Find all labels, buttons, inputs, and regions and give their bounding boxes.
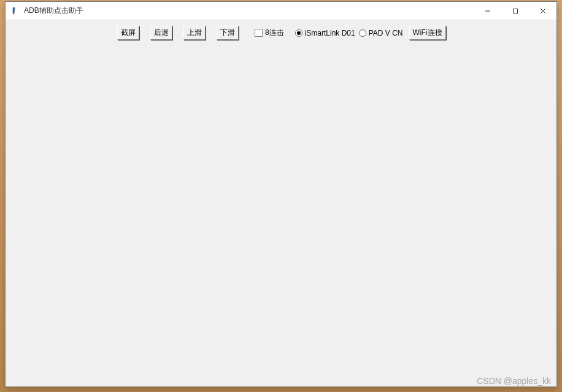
- maximize-button[interactable]: [501, 2, 529, 20]
- titlebar[interactable]: ADB辅助点击助手: [6, 2, 556, 20]
- pad-v-cn-radio-group[interactable]: PAD V CN: [359, 29, 403, 37]
- screenshot-button[interactable]: 截屏: [117, 26, 139, 40]
- swipe-up-button[interactable]: 上滑: [183, 26, 206, 40]
- eight-click-label: 8连击: [265, 28, 284, 38]
- eight-click-checkbox[interactable]: [255, 29, 263, 37]
- window-controls: [474, 2, 556, 20]
- eight-click-checkbox-group[interactable]: 8连击: [255, 28, 284, 38]
- pad-v-cn-label: PAD V CN: [369, 29, 403, 37]
- ismartlink-radio-group[interactable]: iSmartLink D01: [295, 29, 355, 37]
- app-icon: [10, 6, 20, 16]
- pad-v-cn-radio[interactable]: [359, 29, 366, 37]
- svg-rect-1: [513, 9, 517, 13]
- back-button[interactable]: 后退: [150, 26, 172, 40]
- application-window: ADB辅助点击助手 截屏 后退 上滑 下滑 8连击 iSmartLink D01: [5, 1, 557, 387]
- close-button[interactable]: [529, 2, 556, 20]
- minimize-button[interactable]: [474, 2, 501, 20]
- window-title: ADB辅助点击助手: [24, 6, 474, 16]
- watermark: CSDN @apples_kk: [477, 376, 551, 386]
- content-area: [6, 45, 556, 386]
- toolbar: 截屏 后退 上滑 下滑 8连击 iSmartLink D01 PAD V CN …: [6, 20, 556, 45]
- ismartlink-radio[interactable]: [295, 29, 302, 37]
- ismartlink-label: iSmartLink D01: [305, 29, 355, 37]
- wifi-connect-button[interactable]: WiFi连接: [409, 26, 446, 40]
- swipe-down-button[interactable]: 下滑: [217, 26, 239, 40]
